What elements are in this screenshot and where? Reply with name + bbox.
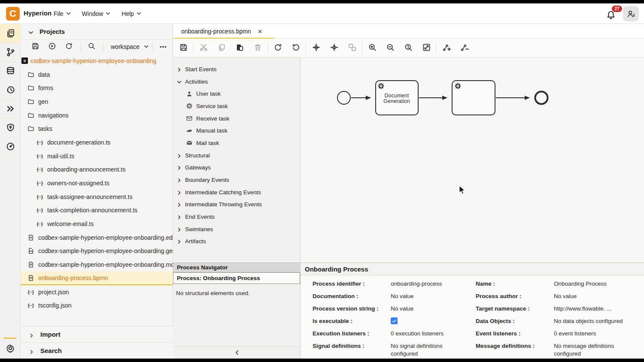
palette-collapse-button[interactable] [173,347,301,359]
save-all-button[interactable] [29,41,41,53]
tree-item[interactable]: gen [21,95,173,109]
notifications-button[interactable]: 27 [606,7,618,20]
zoom-out-button[interactable] [383,41,398,55]
tree-item[interactable]: codbex-sample-hyperion-employee-onboardi… [21,244,173,258]
connection-add-button[interactable] [439,41,454,55]
palette-group-end-events[interactable]: End Events [173,211,300,223]
hand-icon [185,127,193,134]
service-task-document-generation[interactable]: Document Generation [376,81,418,115]
palette-group-start-events[interactable]: Start Events [173,63,300,75]
palette-item-mail-task[interactable]: Mail task [173,137,300,149]
property-value[interactable]: onboarding-process [391,279,442,288]
tree-item[interactable]: {··}document-generation.ts [21,136,173,149]
align-vertical-button[interactable] [327,41,341,55]
delete-button[interactable] [250,41,265,55]
palette-group-boundary-events[interactable]: Boundary Events [173,174,300,186]
property-value[interactable]: No message definitions configured [554,341,633,358]
search-section[interactable]: Search [21,342,173,359]
palette-group-artifacts[interactable]: Artifacts [173,235,300,248]
palette-group-swimlanes[interactable]: Swimlanes [173,223,300,235]
zoom-in-button[interactable] [365,41,380,55]
tree-item[interactable]: onboarding-process.bpmn [21,272,173,285]
tree-item[interactable]: {··}tsconfig.json [21,299,173,312]
property-value[interactable]: No value [391,304,413,313]
zoom-fit-button[interactable] [419,41,434,55]
tree-item[interactable]: {··}task-completion-announcement.ts [21,204,173,217]
search-button[interactable] [85,41,97,53]
rail-item-explorer[interactable] [0,24,21,43]
undo-button[interactable] [289,41,303,55]
process-navigator-root[interactable]: Process: Onboarding Process [173,272,300,284]
tree-item[interactable]: tasks [21,122,173,136]
bpmn-canvas[interactable]: Document Generation [301,57,644,262]
code-file-icon: {··} [36,152,43,160]
rail-item-processes[interactable] [0,100,21,118]
service-task-unnamed[interactable] [452,81,495,115]
property-value[interactable]: No value [554,292,577,300]
tree-item[interactable]: navigations [21,109,173,122]
gauge-icon [6,142,15,151]
tree-item[interactable]: {··}owners-not-assigned.ts [21,176,173,190]
property-value[interactable]: 0 execution listeners [391,329,444,338]
menu-label: Window [82,10,103,17]
tree-item[interactable]: codbex-sample-hyperion-employee-onboardi… [21,231,173,244]
rail-item-security[interactable] [0,118,21,137]
connection-remove-button[interactable] [457,41,472,55]
palette-item-user-task[interactable]: User task [173,87,300,100]
rail-item-git[interactable] [0,43,21,62]
tree-item[interactable]: codbex-sample-hyperion-employee-onboardi… [21,258,173,272]
palette-group-intermediate-throwing-events[interactable]: Intermediate Throwing Events [173,199,300,211]
same-size-button[interactable] [345,41,359,55]
property-value[interactable]: No signal definitions configured [391,341,470,358]
more-actions-button[interactable]: ••• [157,44,170,50]
tree-item[interactable]: {··}onboarding-announcement.ts [21,163,173,177]
palette-item-receive-task[interactable]: Receive task [173,112,300,125]
align-horizontal-button[interactable] [309,41,323,55]
property-value[interactable]: No value [391,292,413,300]
paste-button[interactable] [232,41,247,55]
projects-header[interactable]: Projects [21,24,173,39]
refresh-button[interactable] [63,41,75,53]
settings-button[interactable] [0,340,21,359]
palette-group-activities[interactable]: Activities [173,75,300,88]
copy-button[interactable] [214,41,229,55]
palette-item-manual-task[interactable]: Manual task [173,124,300,137]
tree-item[interactable]: forms [21,81,173,95]
import-section[interactable]: Import [21,326,173,342]
property-row: Signal definitions :No signal definition… [313,341,472,358]
start-event-node[interactable] [337,91,350,104]
rail-item-metrics[interactable] [0,137,21,156]
zoom-actual-button[interactable] [401,41,416,55]
user-avatar-button[interactable] [623,6,639,21]
property-value[interactable]: Onboarding Process [554,279,607,288]
rail-item-database[interactable] [0,62,21,81]
is-executable-checkbox[interactable] [391,317,398,324]
project-root-item[interactable]: itcodbex-sample-hyperion-employee-onboar… [21,54,173,68]
end-event-node[interactable] [535,92,548,104]
redo-button[interactable] [270,41,285,55]
menu-help[interactable]: Help [122,10,141,17]
cut-button[interactable] [196,41,211,55]
palette-group-gateways[interactable]: Gateways [173,162,300,174]
publish-button[interactable] [46,41,58,53]
tree-item[interactable]: {··}project.json [21,285,173,299]
palette-group-intermediate-catching-events[interactable]: Intermediate Catching Events [173,186,300,199]
menu-window[interactable]: Window [82,10,111,17]
code-file-icon: {··} [27,288,34,296]
tree-item[interactable]: {··}mail-util.ts [21,149,173,163]
workspace-dropdown[interactable]: workspace [108,41,151,53]
rail-item-history[interactable] [0,81,21,100]
tab-onboarding-process[interactable]: onboarding-process.bpmn × [174,24,274,39]
property-value[interactable]: 0 event listeners [554,329,596,338]
menu-file[interactable]: File [54,10,71,17]
toolbar-separator [193,42,194,54]
property-value[interactable]: http://www.flowable. ... [554,304,611,313]
property-value[interactable]: No data objects configured [554,317,623,325]
tab-close-button[interactable]: × [258,28,262,35]
tree-item[interactable]: data [21,68,173,81]
save-button[interactable] [176,41,191,55]
palette-item-service-task[interactable]: Service task [173,100,300,112]
tree-item[interactable]: {··}task-assignee-announcement.ts [21,190,173,204]
palette-group-structural[interactable]: Structural [173,149,300,162]
tree-item[interactable]: {··}welcome-email.ts [21,217,173,231]
